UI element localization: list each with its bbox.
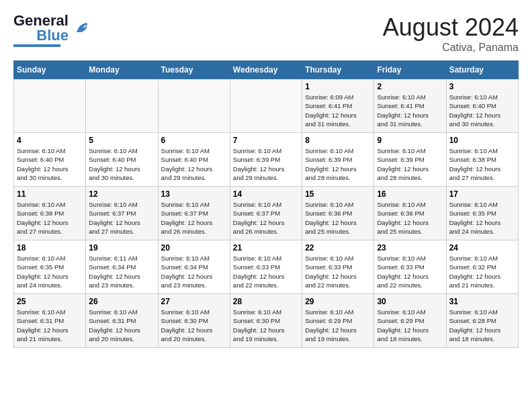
day-number: 16 xyxy=(377,189,443,199)
calendar-cell: 14Sunrise: 6:10 AM Sunset: 6:37 PM Dayli… xyxy=(230,187,302,240)
day-info: Sunrise: 6:10 AM Sunset: 6:37 PM Dayligh… xyxy=(89,200,154,236)
day-number: 28 xyxy=(233,297,299,306)
day-number: 21 xyxy=(233,243,299,253)
logo: General Blue xyxy=(13,13,91,47)
calendar-cell: 24Sunrise: 6:10 AM Sunset: 6:32 PM Dayli… xyxy=(446,240,518,294)
calendar-cell: 11Sunrise: 6:10 AM Sunset: 6:38 PM Dayli… xyxy=(14,187,86,240)
day-info: Sunrise: 6:10 AM Sunset: 6:39 PM Dayligh… xyxy=(305,146,371,182)
calendar-cell: 15Sunrise: 6:10 AM Sunset: 6:36 PM Dayli… xyxy=(302,187,374,240)
day-info: Sunrise: 6:10 AM Sunset: 6:40 PM Dayligh… xyxy=(161,146,227,182)
day-info: Sunrise: 6:10 AM Sunset: 6:40 PM Dayligh… xyxy=(449,93,515,128)
calendar-cell: 26Sunrise: 6:10 AM Sunset: 6:31 PM Dayli… xyxy=(86,294,158,348)
day-info: Sunrise: 6:10 AM Sunset: 6:35 PM Dayligh… xyxy=(449,200,515,236)
day-info: Sunrise: 6:10 AM Sunset: 6:39 PM Dayligh… xyxy=(377,146,443,182)
day-number: 26 xyxy=(89,297,154,306)
day-info: Sunrise: 6:10 AM Sunset: 6:28 PM Dayligh… xyxy=(449,308,515,343)
day-info: Sunrise: 6:10 AM Sunset: 6:38 PM Dayligh… xyxy=(17,200,83,236)
calendar-cell: 6Sunrise: 6:10 AM Sunset: 6:40 PM Daylig… xyxy=(158,133,230,187)
day-number: 2 xyxy=(377,82,443,91)
calendar-cell: 13Sunrise: 6:10 AM Sunset: 6:37 PM Dayli… xyxy=(158,187,230,240)
calendar-cell: 31Sunrise: 6:10 AM Sunset: 6:28 PM Dayli… xyxy=(446,294,518,348)
day-info: Sunrise: 6:10 AM Sunset: 6:33 PM Dayligh… xyxy=(377,254,443,289)
title-area: August 2024 Cativa, Panama xyxy=(383,13,519,54)
week-row-1: 1Sunrise: 6:09 AM Sunset: 6:41 PM Daylig… xyxy=(14,79,519,133)
day-info: Sunrise: 6:10 AM Sunset: 6:35 PM Dayligh… xyxy=(17,254,83,289)
day-info: Sunrise: 6:10 AM Sunset: 6:36 PM Dayligh… xyxy=(305,200,371,236)
day-number: 14 xyxy=(233,189,299,199)
calendar-cell: 10Sunrise: 6:10 AM Sunset: 6:38 PM Dayli… xyxy=(446,133,518,187)
day-header-thursday: Thursday xyxy=(302,61,374,79)
day-number: 18 xyxy=(17,243,83,253)
calendar-cell: 19Sunrise: 6:11 AM Sunset: 6:34 PM Dayli… xyxy=(86,240,158,294)
calendar-cell xyxy=(230,79,302,133)
logo-bird-icon xyxy=(73,19,91,38)
week-row-4: 18Sunrise: 6:10 AM Sunset: 6:35 PM Dayli… xyxy=(14,240,519,294)
calendar-cell: 16Sunrise: 6:10 AM Sunset: 6:36 PM Dayli… xyxy=(374,187,446,240)
logo-underline xyxy=(13,44,60,47)
calendar-cell: 30Sunrise: 6:10 AM Sunset: 6:29 PM Dayli… xyxy=(374,294,446,348)
day-info: Sunrise: 6:10 AM Sunset: 6:30 PM Dayligh… xyxy=(161,308,227,343)
calendar-header-row: SundayMondayTuesdayWednesdayThursdayFrid… xyxy=(14,61,519,79)
day-number: 23 xyxy=(377,243,443,253)
calendar-cell: 29Sunrise: 6:10 AM Sunset: 6:29 PM Dayli… xyxy=(302,294,374,348)
logo-text-blue: Blue xyxy=(36,28,69,43)
week-row-5: 25Sunrise: 6:10 AM Sunset: 6:31 PM Dayli… xyxy=(14,294,519,348)
day-info: Sunrise: 6:10 AM Sunset: 6:40 PM Dayligh… xyxy=(89,146,154,182)
day-info: Sunrise: 6:10 AM Sunset: 6:30 PM Dayligh… xyxy=(233,308,299,343)
calendar-cell: 8Sunrise: 6:10 AM Sunset: 6:39 PM Daylig… xyxy=(302,133,374,187)
calendar-cell: 1Sunrise: 6:09 AM Sunset: 6:41 PM Daylig… xyxy=(302,79,374,133)
day-info: Sunrise: 6:10 AM Sunset: 6:34 PM Dayligh… xyxy=(161,254,227,289)
day-number: 9 xyxy=(377,136,443,145)
day-info: Sunrise: 6:10 AM Sunset: 6:37 PM Dayligh… xyxy=(233,200,299,236)
day-info: Sunrise: 6:11 AM Sunset: 6:34 PM Dayligh… xyxy=(89,254,154,289)
day-info: Sunrise: 6:10 AM Sunset: 6:37 PM Dayligh… xyxy=(161,200,227,236)
week-row-3: 11Sunrise: 6:10 AM Sunset: 6:38 PM Dayli… xyxy=(14,187,519,240)
calendar-cell: 25Sunrise: 6:10 AM Sunset: 6:31 PM Dayli… xyxy=(14,294,86,348)
day-number: 19 xyxy=(89,243,154,253)
day-number: 17 xyxy=(449,189,515,199)
day-number: 25 xyxy=(17,297,83,306)
calendar-cell xyxy=(86,79,158,133)
calendar-cell: 9Sunrise: 6:10 AM Sunset: 6:39 PM Daylig… xyxy=(374,133,446,187)
day-number: 20 xyxy=(161,243,227,253)
calendar-cell: 7Sunrise: 6:10 AM Sunset: 6:39 PM Daylig… xyxy=(230,133,302,187)
day-info: Sunrise: 6:09 AM Sunset: 6:41 PM Dayligh… xyxy=(305,93,371,128)
day-number: 22 xyxy=(305,243,371,253)
day-header-tuesday: Tuesday xyxy=(158,61,230,79)
day-info: Sunrise: 6:10 AM Sunset: 6:36 PM Dayligh… xyxy=(377,200,443,236)
day-number: 27 xyxy=(161,297,227,306)
day-info: Sunrise: 6:10 AM Sunset: 6:32 PM Dayligh… xyxy=(449,254,515,289)
week-row-2: 4Sunrise: 6:10 AM Sunset: 6:40 PM Daylig… xyxy=(14,133,519,187)
day-number: 10 xyxy=(449,136,515,145)
day-number: 11 xyxy=(17,189,83,199)
day-number: 1 xyxy=(305,82,371,91)
calendar-table: SundayMondayTuesdayWednesdayThursdayFrid… xyxy=(13,60,519,348)
day-header-wednesday: Wednesday xyxy=(230,61,302,79)
calendar-cell: 4Sunrise: 6:10 AM Sunset: 6:40 PM Daylig… xyxy=(14,133,86,187)
day-info: Sunrise: 6:10 AM Sunset: 6:33 PM Dayligh… xyxy=(233,254,299,289)
day-number: 24 xyxy=(449,243,515,253)
day-number: 4 xyxy=(17,136,83,145)
calendar-cell: 22Sunrise: 6:10 AM Sunset: 6:33 PM Dayli… xyxy=(302,240,374,294)
calendar-cell: 17Sunrise: 6:10 AM Sunset: 6:35 PM Dayli… xyxy=(446,187,518,240)
calendar-cell: 20Sunrise: 6:10 AM Sunset: 6:34 PM Dayli… xyxy=(158,240,230,294)
day-info: Sunrise: 6:10 AM Sunset: 6:31 PM Dayligh… xyxy=(89,308,154,343)
calendar-cell xyxy=(158,79,230,133)
day-header-saturday: Saturday xyxy=(446,61,518,79)
calendar-cell: 2Sunrise: 6:10 AM Sunset: 6:41 PM Daylig… xyxy=(374,79,446,133)
calendar-cell: 12Sunrise: 6:10 AM Sunset: 6:37 PM Dayli… xyxy=(86,187,158,240)
calendar-cell: 28Sunrise: 6:10 AM Sunset: 6:30 PM Dayli… xyxy=(230,294,302,348)
day-number: 3 xyxy=(449,82,515,91)
calendar-cell: 23Sunrise: 6:10 AM Sunset: 6:33 PM Dayli… xyxy=(374,240,446,294)
day-info: Sunrise: 6:10 AM Sunset: 6:29 PM Dayligh… xyxy=(377,308,443,343)
calendar-title: August 2024 xyxy=(383,13,519,42)
day-info: Sunrise: 6:10 AM Sunset: 6:41 PM Dayligh… xyxy=(377,93,443,128)
day-number: 31 xyxy=(449,297,515,306)
day-number: 12 xyxy=(89,189,154,199)
day-info: Sunrise: 6:10 AM Sunset: 6:31 PM Dayligh… xyxy=(17,308,83,343)
calendar-cell: 18Sunrise: 6:10 AM Sunset: 6:35 PM Dayli… xyxy=(14,240,86,294)
day-header-sunday: Sunday xyxy=(14,61,86,79)
day-number: 6 xyxy=(161,136,227,145)
day-info: Sunrise: 6:10 AM Sunset: 6:38 PM Dayligh… xyxy=(449,146,515,182)
day-number: 30 xyxy=(377,297,443,306)
